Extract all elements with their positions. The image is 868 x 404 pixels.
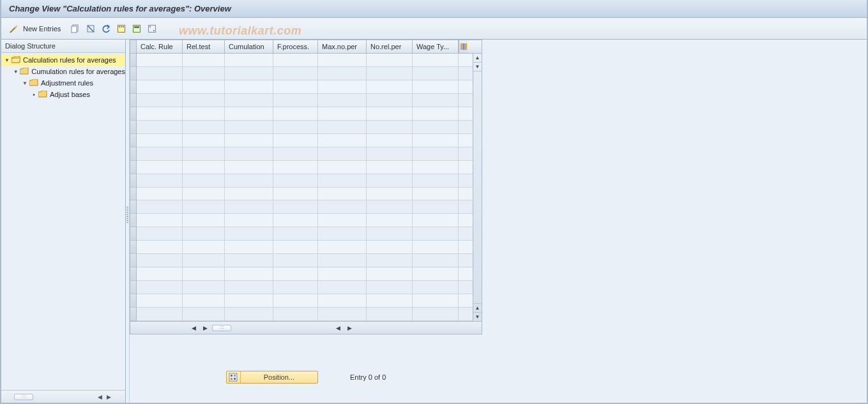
svg-rect-14 <box>462 43 464 50</box>
table-row[interactable] <box>137 281 473 294</box>
application-toolbar: New Entries <box>1 18 867 40</box>
table-row[interactable] <box>137 107 473 121</box>
row-selector[interactable] <box>130 227 137 241</box>
content-panel: Calc. Rule Rel.test Cumulation F.process… <box>130 40 867 403</box>
select-block-icon[interactable] <box>131 23 142 34</box>
table-row[interactable] <box>137 267 473 281</box>
row-selector[interactable] <box>130 200 137 214</box>
table-row[interactable] <box>137 134 473 147</box>
delete-icon[interactable] <box>85 23 96 34</box>
tree-node-label: Adjustment rules <box>41 79 93 87</box>
row-selector[interactable] <box>130 174 137 188</box>
row-selector[interactable] <box>130 147 137 161</box>
svg-rect-11 <box>149 26 151 27</box>
title-bar: Change View "Calculation rules for avera… <box>1 0 867 18</box>
table-row[interactable] <box>137 94 473 107</box>
new-entries-button[interactable]: New Entries <box>23 25 61 33</box>
scroll-down-step-icon[interactable]: ▲ <box>473 303 482 312</box>
table-row[interactable] <box>137 80 473 94</box>
row-selector[interactable] <box>130 80 137 94</box>
table-row[interactable] <box>137 147 473 161</box>
scroll-handle[interactable]: ∷ <box>14 394 33 400</box>
column-header-rel-test[interactable]: Rel.test <box>183 40 225 53</box>
other-view-icon[interactable] <box>9 24 19 34</box>
deselect-all-icon[interactable] <box>146 23 158 34</box>
row-selector[interactable] <box>130 67 137 80</box>
dialog-structure-tree: ▼ Calculation rules for averages ▼ Cumul… <box>1 53 125 390</box>
row-selector[interactable] <box>130 54 137 67</box>
table-row[interactable] <box>137 161 473 174</box>
position-icon <box>227 371 241 383</box>
scroll-right-icon[interactable]: ▶ <box>201 324 209 333</box>
tree-node-calculation-rules[interactable]: ▼ Calculation rules for averages <box>1 54 125 66</box>
column-header-wage-type[interactable]: Wage Ty... <box>413 40 459 53</box>
scroll-left-icon[interactable]: ◀ <box>96 393 103 401</box>
row-selector[interactable] <box>130 134 137 147</box>
scroll-down-icon[interactable]: ▼ <box>473 312 482 321</box>
svg-rect-19 <box>231 378 232 380</box>
svg-rect-17 <box>231 375 232 377</box>
table-row[interactable] <box>137 200 473 214</box>
expand-toggle-icon[interactable]: ▼ <box>22 80 28 86</box>
row-selector[interactable] <box>130 281 137 294</box>
svg-rect-9 <box>134 26 139 28</box>
column-header-calc-rule[interactable]: Calc. Rule <box>137 40 183 53</box>
row-selector[interactable] <box>130 214 137 227</box>
select-all-icon[interactable] <box>116 23 127 34</box>
position-button[interactable]: Position... <box>226 371 318 384</box>
position-button-label: Position... <box>241 373 317 381</box>
undo-icon[interactable] <box>100 23 112 34</box>
row-selector[interactable] <box>130 267 137 281</box>
table-row[interactable] <box>137 121 473 134</box>
tree-node-cumulation-rules[interactable]: ▼ Cumulation rules for averages <box>1 66 125 77</box>
scroll-right-icon[interactable]: ▶ <box>105 393 112 401</box>
table-row[interactable] <box>137 188 473 201</box>
svg-rect-20 <box>234 378 236 380</box>
scroll-left-icon[interactable]: ◀ <box>189 324 198 333</box>
table-row[interactable] <box>137 241 473 254</box>
scroll-handle[interactable]: ∷ <box>212 325 231 331</box>
row-selector[interactable] <box>130 308 137 321</box>
row-selector[interactable] <box>130 294 137 308</box>
svg-rect-6 <box>121 26 122 27</box>
scroll-up-step-icon[interactable]: ▼ <box>473 63 482 71</box>
row-selector-header[interactable] <box>130 40 137 53</box>
row-selector[interactable] <box>130 121 137 134</box>
scroll-up-icon[interactable]: ▲ <box>473 54 482 63</box>
configure-columns-icon[interactable] <box>459 40 468 53</box>
table-row[interactable] <box>137 227 473 241</box>
row-selector[interactable] <box>130 161 137 174</box>
table-row[interactable] <box>137 308 473 321</box>
tree-node-adjust-bases[interactable]: • Adjust bases <box>1 89 125 100</box>
tree-node-adjustment-rules[interactable]: ▼ Adjustment rules <box>1 77 125 89</box>
scroll-left-end-icon[interactable]: ◀ <box>333 324 342 333</box>
leaf-bullet-icon: • <box>31 91 37 98</box>
main-area: Dialog Structure ▼ Calculation rules for… <box>1 40 867 403</box>
row-selector[interactable] <box>130 94 137 107</box>
table-row[interactable] <box>137 214 473 227</box>
tree-node-label: Calculation rules for averages <box>23 56 116 64</box>
grid-vertical-scrollbar[interactable]: ▲ ▼ ▲ ▼ <box>473 54 482 321</box>
table-row[interactable] <box>137 67 473 80</box>
expand-toggle-icon[interactable]: ▼ <box>13 68 19 75</box>
column-header-max-no-per[interactable]: Max.no.per <box>318 40 367 53</box>
row-selector[interactable] <box>130 254 137 267</box>
row-selector[interactable] <box>130 241 137 254</box>
table-row[interactable] <box>137 174 473 188</box>
table-row[interactable] <box>137 254 473 267</box>
row-selector[interactable] <box>130 188 137 201</box>
dialog-structure-header: Dialog Structure <box>1 40 125 53</box>
column-header-no-rel-per[interactable]: No.rel.per <box>367 40 413 53</box>
copy-as-icon[interactable] <box>70 23 81 34</box>
svg-rect-13 <box>461 43 462 50</box>
table-row[interactable] <box>137 54 473 67</box>
dialog-structure-panel: Dialog Structure ▼ Calculation rules for… <box>1 40 126 403</box>
scroll-right-end-icon[interactable]: ▶ <box>345 324 354 333</box>
folder-icon <box>38 91 47 98</box>
column-header-f-process[interactable]: F.process. <box>273 40 318 53</box>
table-row[interactable] <box>137 294 473 308</box>
grid-horizontal-scrollbar: ◀ ▶ ∷ ◀ ▶ <box>130 322 482 334</box>
row-selector[interactable] <box>130 107 137 121</box>
column-header-cumulation[interactable]: Cumulation <box>225 40 273 53</box>
expand-toggle-icon[interactable]: ▼ <box>4 57 10 63</box>
